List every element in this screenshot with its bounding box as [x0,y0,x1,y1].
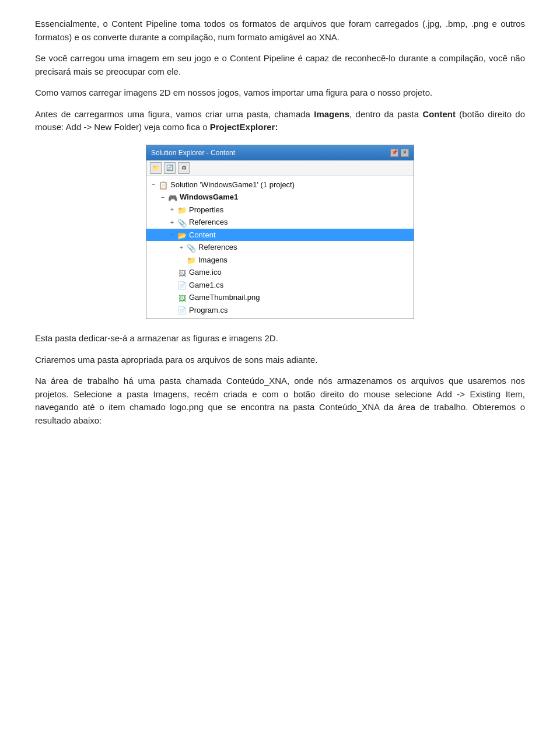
se-programcs-expander [167,305,177,314]
se-properties-icon: 📁 [177,205,187,214]
se-game1cs-icon: 📄 [177,280,187,289]
se-toolbar-btn-3[interactable]: ⚙ [178,162,190,174]
se-content-row[interactable]: − 📂 Content [146,229,414,242]
se-references-row[interactable]: + 📎 References [146,216,414,229]
se-gameico-row[interactable]: 🖼 Game.ico [146,266,414,279]
se-toolbar: 📁 🔄 ⚙ [146,160,414,176]
se-content-references-label: References [198,242,237,253]
paragraph-2: Se você carregou uma imagem em seu jogo … [35,52,525,78]
se-content-expander[interactable]: − [167,230,177,239]
se-programcs-icon: 📄 [177,305,187,314]
paragraph-5: Esta pasta dedicar-se-á a armazenar as f… [35,332,525,345]
se-solution-expander[interactable]: − [149,180,158,189]
se-game1cs-label: Game1.cs [189,279,223,291]
se-project-row[interactable]: − 🎮 WindowsGame1 [146,191,414,204]
se-solution-icon: 📋 [158,180,169,189]
paragraph-7: Na área de trabalho há uma pasta chamada… [35,375,525,427]
se-thumbnail-expander [167,293,177,302]
se-imagens-icon: 📁 [186,255,197,264]
se-properties-label: Properties [189,204,223,216]
paragraph-4: Antes de carregarmos uma figura, vamos c… [35,108,525,134]
se-solution-label: Solution 'WindowsGame1' (1 project) [170,179,295,191]
se-content-references-expander[interactable]: + [177,243,186,252]
se-references-expander[interactable]: + [167,218,177,227]
se-title-label: Solution Explorer - Content [151,148,235,158]
se-references-label: References [189,216,228,228]
se-content-references-row[interactable]: + 📎 References [146,241,414,254]
se-content-references-icon: 📎 [186,243,197,252]
paragraph-6: Criaremos uma pasta apropriada para os a… [35,354,525,367]
se-close-button[interactable]: ✕ [401,149,409,157]
se-project-icon: 🎮 [167,193,178,202]
se-properties-row[interactable]: + 📁 Properties [146,204,414,216]
se-project-expander[interactable]: − [158,193,167,202]
se-thumbnail-icon: 🖼 [177,293,187,302]
se-titlebar-controls: 📌 ✕ [390,149,409,157]
se-content-icon: 📂 [177,230,187,239]
se-thumbnail-label: GameThumbnail.png [189,292,260,303]
paragraph-1: Essencialmente, o Content Pipeline toma … [35,18,525,44]
se-imagens-expander[interactable] [177,255,186,264]
se-tree: − 📋 Solution 'WindowsGame1' (1 project) … [146,176,414,319]
se-gameico-icon: 🖼 [177,268,187,277]
se-toolbar-btn-1[interactable]: 📁 [150,162,162,174]
se-pin-button[interactable]: 📌 [390,149,398,157]
se-thumbnail-row[interactable]: 🖼 GameThumbnail.png [146,291,414,304]
se-project-label: WindowsGame1 [180,191,238,203]
se-gameico-label: Game.ico [189,267,222,278]
solution-explorer-window: Solution Explorer - Content 📌 ✕ 📁 🔄 ⚙ − … [146,145,414,320]
se-references-icon: 📎 [177,218,187,227]
se-titlebar: Solution Explorer - Content 📌 ✕ [146,145,414,160]
se-programcs-row[interactable]: 📄 Program.cs [146,304,414,317]
se-programcs-label: Program.cs [189,305,228,316]
se-content-label: Content [189,229,216,241]
se-toolbar-btn-2[interactable]: 🔄 [164,162,176,174]
paragraph-3: Como vamos carregar imagens 2D em nossos… [35,86,525,100]
article-body: Essencialmente, o Content Pipeline toma … [35,18,525,427]
se-solution-row[interactable]: − 📋 Solution 'WindowsGame1' (1 project) [146,179,414,191]
se-properties-expander[interactable]: + [167,205,177,214]
se-imagens-row[interactable]: 📁 Imagens [146,254,414,267]
se-game1cs-expander [167,280,177,289]
se-gameico-expander [167,268,177,277]
se-game1cs-row[interactable]: 📄 Game1.cs [146,279,414,292]
se-imagens-label: Imagens [198,254,228,266]
